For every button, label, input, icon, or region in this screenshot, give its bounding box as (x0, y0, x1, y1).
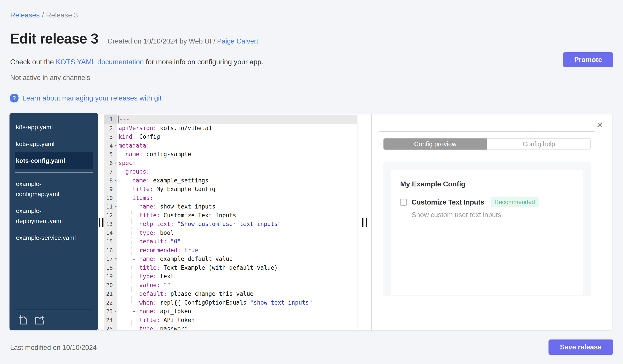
code-line[interactable]: help_text: "Show custom user text inputs… (117, 220, 357, 229)
line-number: 21 (104, 290, 117, 298)
indent-guide (131, 281, 132, 290)
code-token: Text Example (with default value) (160, 264, 278, 271)
upload-file-icon[interactable] (18, 314, 28, 325)
fold-arrow-icon[interactable]: ▾ (115, 159, 117, 168)
line-number: 3 (104, 133, 117, 141)
code-token: - name: (118, 256, 156, 262)
code-line[interactable]: name: config-sample (117, 150, 357, 159)
kots-yaml-doc-link[interactable]: KOTS YAML documentation (56, 58, 144, 66)
editor-code[interactable]: ---apiVersion: kots.io/v1beta1kind: Conf… (117, 114, 357, 330)
fold-arrow-icon[interactable]: ▾ (115, 307, 117, 316)
fold-arrow-icon[interactable]: ▾ (115, 176, 117, 185)
code-token: value: (139, 282, 160, 288)
code-token: type: (139, 229, 156, 236)
line-number: 25 (104, 324, 117, 330)
yaml-editor[interactable]: 1234▾56▾78▾91011▾121314151617▾1819202122… (104, 114, 357, 330)
code-token: password (156, 325, 188, 330)
config-group-title: My Example Config (400, 180, 574, 188)
code-token: title: (139, 317, 160, 323)
tab-config-help[interactable]: Config help (487, 139, 591, 150)
config-item-label: Customize Text Inputs (412, 198, 484, 206)
indent-guide (131, 246, 132, 255)
code-line[interactable]: title: Customize Text Inputs (117, 211, 357, 220)
customize-text-inputs-checkbox[interactable] (400, 199, 407, 206)
code-token (118, 282, 139, 288)
tab-config-preview[interactable]: Config preview (384, 139, 487, 150)
close-icon[interactable]: ✕ (595, 120, 605, 130)
code-token (118, 238, 139, 245)
pane-resize-handle-left[interactable] (99, 218, 104, 227)
sidebar-file-example-service.yaml[interactable]: example-service.yaml (15, 229, 93, 246)
created-text: Created on 10/10/2024 by Web UI / (108, 37, 215, 45)
save-release-button[interactable]: Save release (549, 340, 613, 355)
code-token: "0" (167, 238, 181, 245)
sidebar-file-example-configmap.yaml[interactable]: example-configmap.yaml (15, 176, 93, 202)
code-token (118, 195, 133, 201)
code-line[interactable]: items: (117, 194, 357, 202)
code-token: spec: (118, 160, 136, 166)
code-token: API token (160, 317, 195, 323)
code-line[interactable]: default: "0" (117, 237, 357, 246)
code-line[interactable]: --- (117, 115, 357, 124)
sidebar-file-kots-config.yaml[interactable]: kots-config.yaml (15, 152, 93, 169)
code-line[interactable]: type: bool (117, 229, 357, 237)
config-item-row: Customize Text Inputs Recommended (400, 197, 574, 207)
code-line[interactable]: recommended: true (117, 246, 357, 255)
indent-guide (131, 290, 132, 298)
code-line[interactable]: value: "" (117, 281, 357, 290)
git-releases-link[interactable]: Learn about managing your releases with … (22, 94, 162, 102)
code-line[interactable]: groups: (117, 167, 357, 176)
code-line[interactable]: - name: example_default_value (117, 255, 357, 263)
line-number: 6▾ (104, 159, 117, 168)
code-token: My Example Config (153, 186, 216, 192)
code-line[interactable]: spec: (117, 159, 357, 168)
code-line[interactable]: title: My Example Config (117, 185, 357, 194)
code-token: default: (139, 290, 167, 297)
code-token: name: (125, 151, 143, 158)
fold-arrow-icon[interactable]: ▾ (115, 255, 117, 263)
code-token: Config (136, 133, 160, 140)
code-token: title: (139, 212, 160, 219)
code-line[interactable]: type: password (117, 324, 357, 330)
code-line[interactable]: metadata: (117, 141, 357, 150)
created-by-link[interactable]: Paige Calvert (217, 37, 258, 45)
code-token: groups: (125, 168, 150, 175)
git-help-row: ? Learn about managing your releases wit… (10, 94, 162, 102)
code-line[interactable]: kind: Config (117, 133, 357, 141)
file-list-divider (15, 172, 93, 173)
fold-arrow-icon[interactable]: ▾ (115, 202, 117, 211)
code-token: example_default_value (156, 256, 233, 262)
sidebar-file-k8s-app.yaml[interactable]: k8s-app.yaml (15, 119, 93, 136)
line-number: 17▾ (104, 255, 117, 263)
code-line[interactable]: - name: api_token (117, 307, 357, 316)
line-number: 12 (104, 211, 117, 220)
code-line[interactable]: when: repl{{ ConfigOptionEquals "show_te… (117, 298, 357, 307)
code-token: type: (139, 325, 156, 330)
code-line[interactable]: - name: show_text_inputs (117, 202, 357, 211)
code-token: bool (156, 229, 174, 236)
title-row: Edit release 3 Created on 10/10/2024 by … (10, 30, 258, 47)
code-line[interactable]: type: text (117, 272, 357, 281)
doc-suffix: for more info on configuring your app. (146, 58, 263, 66)
code-line[interactable]: apiVersion: kots.io/v1beta1 (117, 124, 357, 133)
sidebar-file-kots-app.yaml[interactable]: kots-app.yaml (15, 136, 93, 152)
code-token (118, 273, 139, 280)
new-file-icon[interactable] (35, 314, 45, 325)
code-line[interactable]: - name: example_settings (117, 176, 357, 185)
code-line[interactable]: title: API token (117, 316, 357, 325)
breadcrumb-releases-link[interactable]: Releases (10, 11, 40, 19)
sidebar-file-example-deployment.yaml[interactable]: example-deployment.yaml (15, 202, 93, 229)
preview-body: My Example Config Customize Text Inputs … (383, 162, 591, 296)
code-token: - name: (118, 177, 150, 184)
file-label: kots-config.yaml (16, 156, 65, 166)
code-token (118, 168, 125, 175)
line-number: 1 (104, 115, 117, 124)
fold-arrow-icon[interactable]: ▾ (115, 141, 117, 150)
pane-resize-handle-right[interactable] (362, 218, 367, 227)
file-list-top: k8s-app.yamlkots-app.yamlkots-config.yam… (15, 119, 93, 169)
preview-inner-card: My Example Config Customize Text Inputs … (391, 170, 583, 295)
code-line[interactable]: default: please change this value (117, 290, 357, 298)
code-line[interactable]: title: Text Example (with default value) (117, 263, 357, 272)
code-token: true (181, 247, 198, 254)
promote-button[interactable]: Promote (563, 52, 613, 67)
